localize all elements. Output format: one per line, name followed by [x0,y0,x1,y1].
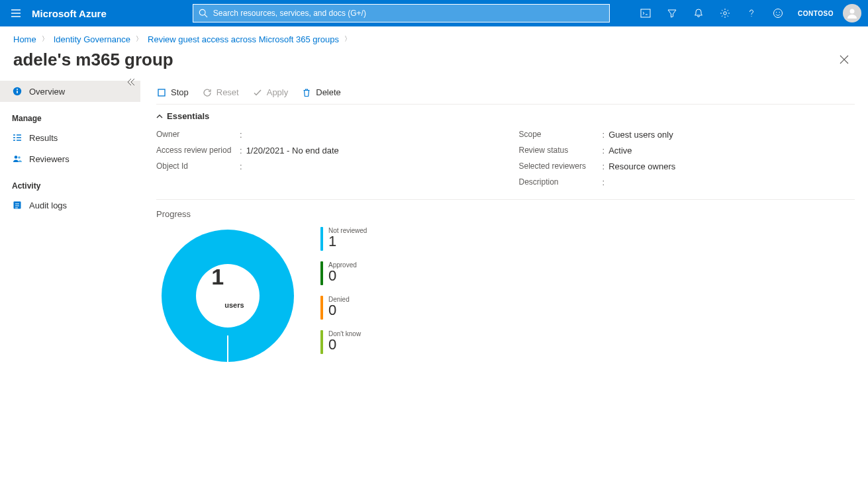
help-button[interactable] [738,0,765,26]
essentials-row-scope: Scope: Guest users only [519,126,855,142]
stop-button[interactable]: Stop [156,87,189,98]
status-value: Active [608,146,632,155]
svg-point-3 [724,12,727,15]
svg-rect-2 [641,9,650,17]
svg-point-7 [850,9,855,14]
main-content: Stop Reset Apply Delete Essentials [140,75,868,484]
essentials-row-reviewers: Selected reviewers: Resource owners [519,158,855,174]
sidebar-item-label: Reviewers [29,154,70,164]
reset-label: Reset [217,87,239,97]
cloud-shell-button[interactable] [632,0,659,26]
essentials-toggle[interactable]: Essentials [156,105,855,126]
sidebar: Overview Manage Results Reviewers Activi… [0,75,140,484]
donut-total: 1 [211,264,224,290]
people-icon [12,154,23,164]
progress-title: Progress [156,200,855,224]
apply-button[interactable]: Apply [252,87,289,98]
svg-point-11 [15,155,18,159]
legend-color-swatch [320,330,323,354]
progress-panel: 1 users Not reviewed1 Approved0 Denied0 [156,224,855,362]
reset-icon [202,87,213,98]
svg-point-12 [18,156,21,159]
user-avatar[interactable] [843,4,861,22]
progress-donut-chart: 1 users [162,230,294,362]
svg-rect-14 [158,89,165,96]
global-search[interactable]: Search resources, services, and docs (G+… [193,4,610,22]
info-icon [12,86,23,97]
crumb-identity-governance[interactable]: Identity Governance [54,34,130,44]
log-icon [12,200,23,210]
legend-dont-know: Don't know0 [320,330,367,354]
settings-button[interactable] [712,0,738,26]
scope-value: Guest users only [608,130,673,140]
sidebar-item-results[interactable]: Results [0,127,140,148]
directories-button[interactable] [659,0,685,26]
essentials-left: Owner: Access review period: 1/20/2021 -… [156,126,493,190]
svg-point-5 [776,12,777,13]
legend-value: 0 [328,269,357,283]
legend-value: 1 [328,234,367,249]
svg-point-4 [774,9,783,18]
trash-icon [301,87,312,98]
page-title: adele's m365 group [13,50,173,70]
sidebar-item-overview[interactable]: Overview [0,81,140,102]
sidebar-section-manage: Manage [0,102,140,127]
collapse-sidebar-button[interactable] [127,78,135,88]
topbar-actions: CONTOSO [632,0,868,26]
notifications-button[interactable] [685,0,712,26]
hamburger-icon [11,8,21,19]
sidebar-item-audit-logs[interactable]: Audit logs [0,195,140,216]
crumb-home[interactable]: Home [13,34,36,44]
essentials-label: Essentials [167,111,209,121]
essentials-row-owner: Owner: [156,126,493,142]
stop-label: Stop [171,87,189,97]
page-header: adele's m365 group [0,46,868,75]
reset-button[interactable]: Reset [202,87,239,98]
essentials-right: Scope: Guest users only Review status: A… [519,126,855,190]
sidebar-item-label: Results [29,133,58,143]
legend-color-swatch [320,261,323,285]
breadcrumb: Home 〉 Identity Governance 〉 Review gues… [0,26,868,46]
tenant-label[interactable]: CONTOSO [791,10,840,17]
essentials-row-period: Access review period: 1/20/2021 - No end… [156,142,493,158]
essentials-row-status: Review status: Active [519,142,855,158]
svg-point-0 [199,9,205,15]
crumb-review-guest-access[interactable]: Review guest access across Microsoft 365… [148,34,339,44]
hamburger-menu[interactable] [0,8,32,19]
sidebar-item-reviewers[interactable]: Reviewers [0,148,140,169]
svg-point-10 [17,89,18,90]
stop-icon [156,87,167,98]
legend-denied: Denied0 [320,296,367,320]
check-icon [252,87,263,98]
svg-rect-9 [17,91,18,93]
donut-unit: users [224,301,244,309]
sidebar-item-label: Overview [29,87,65,97]
period-label: Access review period [156,146,236,155]
chevron-right-icon: 〉 [136,34,142,44]
legend-color-swatch [320,296,323,320]
feedback-button[interactable] [765,0,791,26]
apply-label: Apply [267,87,289,97]
bell-icon [693,8,704,19]
status-label: Review status [519,146,599,155]
legend-approved: Approved0 [320,261,367,285]
legend-color-swatch [320,227,323,251]
close-button[interactable] [834,49,855,70]
command-bar: Stop Reset Apply Delete [156,81,855,105]
brand[interactable]: Microsoft Azure [32,8,120,19]
svg-point-6 [779,12,780,13]
delete-label: Delete [316,87,341,97]
filter-icon [667,8,677,19]
person-icon [845,7,859,20]
search-placeholder: Search resources, services, and docs (G+… [213,9,366,18]
topbar: Microsoft Azure Search resources, servic… [0,0,868,26]
search-icon [199,9,208,18]
list-icon [12,132,23,143]
essentials-panel: Owner: Access review period: 1/20/2021 -… [156,126,855,200]
delete-button[interactable]: Delete [301,87,341,98]
owner-label: Owner [156,130,236,139]
progress-legend: Not reviewed1 Approved0 Denied0 Don't kn… [320,224,367,354]
reviewers-label: Selected reviewers [519,161,599,171]
cloud-shell-icon [640,8,651,19]
smiley-icon [773,8,783,19]
